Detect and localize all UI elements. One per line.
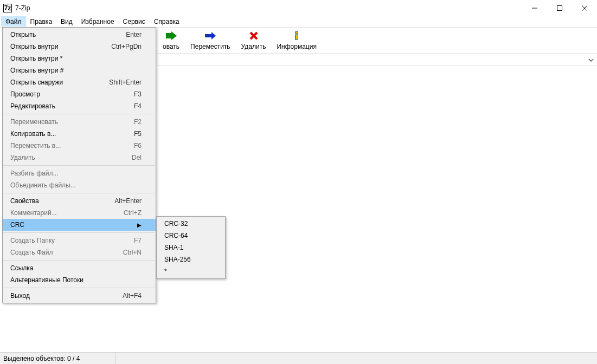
menu-item-shortcut: F6 bbox=[121, 142, 142, 150]
minimize-button[interactable] bbox=[522, 0, 547, 16]
menu-item-label: CRC-64 bbox=[164, 232, 217, 239]
menu-item-shortcut: Enter bbox=[113, 31, 142, 38]
titlebar: 7z 7-Zip bbox=[0, 0, 597, 16]
svg-marker-4 bbox=[166, 31, 177, 40]
menu-item-label: Открыть bbox=[10, 31, 113, 38]
menu-item-label: Свойства bbox=[10, 197, 101, 205]
menu-item-label: Ссылка bbox=[10, 264, 129, 272]
menu-item-shortcut: F3 bbox=[121, 90, 142, 98]
tool-delete[interactable]: Удалить bbox=[236, 28, 272, 54]
menu-view[interactable]: Вид bbox=[56, 16, 77, 27]
menu-help[interactable]: Справка bbox=[150, 16, 184, 27]
file-menu-item: ПереименоватьF2 bbox=[3, 116, 156, 128]
svg-rect-9 bbox=[296, 35, 298, 40]
file-menu-item[interactable]: ВыходAlt+F4 bbox=[3, 290, 156, 302]
file-menu-item[interactable]: Открыть снаружиShift+Enter bbox=[3, 76, 156, 88]
menu-item-label: Копировать в... bbox=[10, 130, 121, 138]
menu-item-shortcut: Ctrl+N bbox=[110, 249, 142, 256]
menu-item-shortcut: F2 bbox=[121, 118, 142, 126]
menu-item-label: Переименовать bbox=[10, 118, 121, 126]
menu-item-label: CRC-32 bbox=[164, 220, 217, 227]
file-menu-item: Создать ФайлCtrl+N bbox=[3, 246, 156, 258]
menu-item-label: Открыть снаружи bbox=[10, 79, 96, 86]
file-menu-item[interactable]: Открыть внутри # bbox=[3, 64, 156, 76]
menu-item-label: CRC bbox=[10, 221, 129, 229]
tool-move[interactable]: Переместить bbox=[185, 28, 236, 54]
menu-item-label: Альтернативные Потоки bbox=[10, 276, 129, 284]
menu-tools[interactable]: Сервис bbox=[119, 16, 150, 27]
statusbar: Выделено объектов: 0 / 4 bbox=[0, 352, 597, 364]
tool-copy[interactable]: овать bbox=[157, 28, 185, 54]
menu-item-shortcut: Ctrl+Z bbox=[111, 209, 142, 217]
menu-item-label: Просмотр bbox=[10, 90, 121, 98]
menu-item-label: Открыть внутри # bbox=[10, 67, 129, 74]
menu-item-label: Открыть внутри bbox=[10, 43, 98, 50]
file-menu-item: УдалитьDel bbox=[3, 152, 156, 164]
crc-menu-item[interactable]: SHA-256 bbox=[157, 253, 225, 265]
arrow-right-blue-icon bbox=[204, 30, 217, 41]
file-menu-item[interactable]: Альтернативные Потоки bbox=[3, 274, 156, 286]
file-menu-item[interactable]: Открыть внутриCtrl+PgDn bbox=[3, 41, 156, 53]
menu-item-shortcut: F5 bbox=[121, 130, 142, 138]
menu-file[interactable]: Файл bbox=[1, 16, 26, 27]
svg-rect-1 bbox=[557, 6, 562, 11]
menu-item-shortcut: Alt+F4 bbox=[110, 292, 142, 300]
close-button[interactable] bbox=[572, 0, 597, 16]
file-menu-item[interactable]: Открыть внутри * bbox=[3, 53, 156, 64]
file-menu-item[interactable]: СвойстваAlt+Enter bbox=[3, 195, 156, 207]
info-icon bbox=[290, 30, 303, 41]
submenu-arrow-icon: ▶ bbox=[137, 222, 142, 228]
menu-item-shortcut: Alt+Enter bbox=[101, 197, 142, 205]
menu-item-label: Комментарий... bbox=[10, 209, 111, 217]
crc-menu-item[interactable]: CRC-64 bbox=[157, 230, 225, 242]
status-selection: Выделено объектов: 0 / 4 bbox=[2, 353, 116, 364]
svg-point-8 bbox=[296, 31, 298, 34]
file-dropdown: ОткрытьEnterОткрыть внутриCtrl+PgDnОткры… bbox=[2, 27, 156, 303]
file-menu-item: Комментарий...Ctrl+Z bbox=[3, 207, 156, 219]
file-menu-item[interactable]: РедактироватьF4 bbox=[3, 100, 156, 112]
window-title: 7-Zip bbox=[15, 4, 30, 12]
chevron-down-icon[interactable] bbox=[588, 56, 594, 63]
menubar: Файл Правка Вид Избранное Сервис Справка bbox=[0, 16, 597, 27]
address-bar[interactable] bbox=[157, 53, 597, 66]
file-menu-item[interactable]: ОткрытьEnter bbox=[3, 29, 156, 41]
menu-item-label: SHA-256 bbox=[164, 256, 217, 263]
file-menu-item: Объединить файлы... bbox=[3, 179, 156, 191]
menu-item-shortcut: F4 bbox=[121, 102, 142, 110]
menu-item-shortcut: Ctrl+PgDn bbox=[98, 43, 142, 50]
menu-item-label: Разбить файл... bbox=[10, 170, 129, 177]
menu-fav[interactable]: Избранное bbox=[77, 16, 119, 27]
menu-item-label: Объединить файлы... bbox=[10, 181, 129, 189]
menu-edit[interactable]: Правка bbox=[26, 16, 57, 27]
crc-menu-item[interactable]: SHA-1 bbox=[157, 242, 225, 253]
menu-item-label: Создать Файл bbox=[10, 249, 110, 256]
app-icon: 7z bbox=[3, 4, 12, 12]
menu-item-label: Выход bbox=[10, 292, 110, 300]
menu-item-label: SHA-1 bbox=[164, 244, 217, 251]
crc-submenu: CRC-32CRC-64SHA-1SHA-256* bbox=[156, 216, 226, 279]
menu-item-label: * bbox=[164, 268, 217, 275]
menu-item-label: Создать Папку bbox=[10, 237, 121, 244]
menu-item-shortcut: Shift+Enter bbox=[96, 79, 142, 86]
arrow-right-green-icon bbox=[165, 30, 178, 41]
menu-item-shortcut: Del bbox=[119, 154, 142, 161]
delete-x-icon bbox=[247, 30, 260, 41]
tool-info[interactable]: Информация bbox=[271, 28, 322, 54]
menu-item-label: Переместить в... bbox=[10, 142, 121, 150]
file-menu-item[interactable]: ПросмотрF3 bbox=[3, 88, 156, 100]
crc-menu-item[interactable]: CRC-32 bbox=[157, 218, 225, 230]
file-menu-item: Переместить в...F6 bbox=[3, 140, 156, 152]
svg-marker-5 bbox=[205, 32, 216, 40]
file-menu-item: Создать ПапкуF7 bbox=[3, 235, 156, 246]
menu-item-label: Открыть внутри * bbox=[10, 55, 129, 62]
file-menu-item[interactable]: Ссылка bbox=[3, 262, 156, 274]
crc-menu-item[interactable]: * bbox=[157, 265, 225, 277]
file-menu-item[interactable]: CRC▶ bbox=[3, 219, 156, 231]
menu-item-label: Редактировать bbox=[10, 102, 121, 110]
file-menu-item[interactable]: Копировать в...F5 bbox=[3, 128, 156, 140]
maximize-button[interactable] bbox=[547, 0, 572, 16]
menu-item-label: Удалить bbox=[10, 154, 119, 161]
file-menu-item: Разбить файл... bbox=[3, 167, 156, 179]
menu-item-shortcut: F7 bbox=[121, 237, 142, 244]
